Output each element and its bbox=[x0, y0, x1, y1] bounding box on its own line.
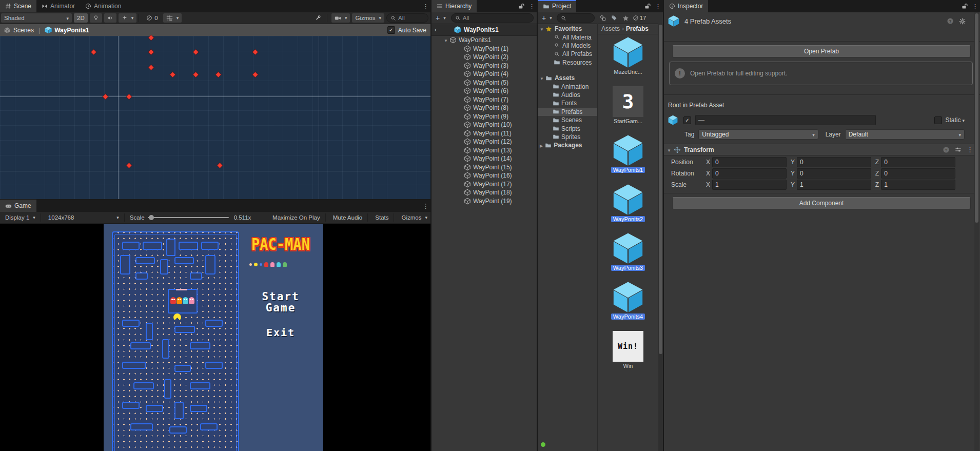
resolution-dropdown[interactable]: 1024x768 bbox=[45, 213, 122, 222]
favorites-all-materials[interactable]: All Materia bbox=[538, 33, 597, 41]
tab-scene[interactable]: Scene bbox=[0, 0, 36, 12]
inspector-scrollbar[interactable] bbox=[974, 12, 979, 451]
start-game-button[interactable]: Start Game bbox=[238, 291, 323, 313]
folder-animation[interactable]: Animation bbox=[538, 82, 597, 90]
search-by-label-icon[interactable] bbox=[611, 15, 617, 21]
hierarchy-item[interactable]: WayPoint (7) bbox=[432, 95, 537, 104]
waypoint-gizmo[interactable] bbox=[149, 50, 154, 55]
favorites-group[interactable]: Favorites bbox=[538, 25, 597, 33]
static-dropdown-arrow[interactable] bbox=[961, 116, 965, 124]
transform-component-header[interactable]: Transform ? ⋮ bbox=[664, 144, 975, 155]
hierarchy-item[interactable]: WayPoint (10) bbox=[432, 121, 537, 129]
hierarchy-item[interactable]: WayPoint (14) bbox=[432, 154, 537, 163]
exit-button[interactable]: Exit bbox=[238, 326, 323, 339]
waypoint-gizmo[interactable] bbox=[218, 163, 223, 168]
scale-y-field[interactable]: 1 bbox=[797, 180, 871, 190]
project-scrollbar-thumb[interactable] bbox=[659, 25, 662, 354]
asset-tile-wayponits3[interactable]: WayPonits3 bbox=[598, 233, 658, 271]
tab-inspector[interactable]: Inspector bbox=[664, 0, 708, 12]
open-prefab-button[interactable]: Open Prefab bbox=[672, 45, 971, 57]
asset-tile-wayponits1[interactable]: WayPonits1 bbox=[598, 135, 658, 173]
tag-dropdown[interactable]: Untagged bbox=[698, 129, 818, 140]
gear-icon[interactable] bbox=[959, 18, 966, 25]
project-scrollbar[interactable] bbox=[658, 24, 663, 451]
favorites-star-icon[interactable] bbox=[622, 15, 629, 22]
hidden-count-icon[interactable] bbox=[633, 15, 639, 21]
favorites-all-prefabs[interactable]: All Prefabs bbox=[538, 50, 597, 58]
position-x-field[interactable]: 0 bbox=[712, 157, 787, 167]
help-icon[interactable]: ? bbox=[947, 17, 954, 25]
grid-snap-dropdown[interactable] bbox=[163, 13, 182, 23]
mute-audio-button[interactable]: Mute Audio bbox=[330, 213, 366, 222]
asset-tile-win[interactable]: Win! Win bbox=[598, 331, 658, 369]
asset-tile-wayponits2[interactable]: WayPonits2 bbox=[598, 184, 658, 222]
waypoint-gizmo[interactable] bbox=[193, 72, 199, 77]
position-y-field[interactable]: 0 bbox=[797, 157, 871, 167]
hierarchy-item[interactable]: WayPoint (6) bbox=[432, 87, 537, 95]
assets-group[interactable]: Assets bbox=[538, 74, 597, 82]
hierarchy-item[interactable]: WayPoint (17) bbox=[432, 180, 537, 189]
hierarchy-item[interactable]: WayPoint (3) bbox=[432, 62, 537, 70]
scale-z-field[interactable]: 1 bbox=[881, 180, 955, 190]
help-icon[interactable]: ? bbox=[943, 146, 950, 153]
project-kebab-icon[interactable]: ⋮ bbox=[655, 3, 661, 10]
search-by-type-icon[interactable] bbox=[600, 15, 606, 21]
waypoint-gizmo[interactable] bbox=[127, 94, 132, 100]
scene-camera-dropdown[interactable] bbox=[331, 13, 350, 23]
waypoint-gizmo[interactable] bbox=[170, 72, 175, 77]
hierarchy-item[interactable]: WayPoint (2) bbox=[432, 53, 537, 62]
scale-slider[interactable] bbox=[148, 217, 229, 218]
hierarchy-item[interactable]: WayPoint (1) bbox=[432, 45, 537, 53]
favorites-resources[interactable]: Resources bbox=[538, 58, 597, 67]
hierarchy-item[interactable]: WayPoint (11) bbox=[432, 129, 537, 138]
layer-dropdown[interactable]: Default bbox=[845, 129, 965, 140]
hierarchy-root-item[interactable]: WayPonits1 bbox=[432, 36, 537, 45]
hierarchy-item[interactable]: WayPoint (8) bbox=[432, 104, 537, 112]
packages-group[interactable]: Packages bbox=[538, 141, 597, 149]
tab-game[interactable]: Game bbox=[0, 200, 36, 212]
waypoint-gizmo[interactable] bbox=[253, 50, 258, 55]
hierarchy-item[interactable]: WayPoint (9) bbox=[432, 112, 537, 121]
hierarchy-item[interactable]: WayPoint (19) bbox=[432, 197, 537, 206]
hierarchy-item[interactable]: WayPoint (18) bbox=[432, 188, 537, 197]
scene-search-input[interactable]: All bbox=[386, 13, 428, 23]
hierarchy-item[interactable]: WayPoint (13) bbox=[432, 146, 537, 155]
create-asset-button[interactable]: + bbox=[540, 13, 554, 23]
waypoint-gizmo[interactable] bbox=[149, 35, 154, 41]
unlock-icon[interactable] bbox=[961, 3, 968, 10]
game-render-area[interactable]: PAC-MAN Start Game Exit bbox=[0, 224, 430, 451]
static-checkbox[interactable] bbox=[934, 116, 942, 124]
rotation-y-field[interactable]: 0 bbox=[797, 168, 871, 179]
game-kebab-icon[interactable]: ⋮ bbox=[422, 202, 428, 210]
hierarchy-kebab-icon[interactable]: ⋮ bbox=[528, 3, 535, 10]
tab-animation[interactable]: Animation bbox=[80, 0, 126, 12]
folder-scenes[interactable]: Scenes bbox=[538, 116, 597, 124]
scene-tools-button[interactable] bbox=[312, 13, 325, 23]
tab-animator[interactable]: Animator bbox=[36, 0, 80, 12]
shading-mode-dropdown[interactable]: Shaded bbox=[1, 13, 72, 23]
unlock-icon[interactable] bbox=[644, 3, 651, 10]
asset-tile-wayponits4[interactable]: WayPonits4 bbox=[598, 282, 658, 320]
rotation-x-field[interactable]: 0 bbox=[712, 168, 787, 179]
folder-sprites[interactable]: Sprites bbox=[538, 133, 597, 141]
create-object-button[interactable]: + bbox=[434, 13, 448, 23]
tab-project[interactable]: Project bbox=[538, 0, 576, 12]
waypoint-gizmo[interactable] bbox=[216, 72, 221, 77]
breadcrumb-current[interactable]: Prefabs bbox=[626, 25, 649, 32]
hierarchy-item[interactable]: WayPoint (12) bbox=[432, 138, 537, 146]
auto-save-checkbox[interactable] bbox=[387, 26, 395, 34]
scene-audio-button[interactable] bbox=[104, 13, 116, 23]
waypoint-gizmo[interactable] bbox=[103, 94, 108, 100]
name-field[interactable]: — bbox=[695, 115, 876, 125]
asset-tile-startgame[interactable]: 3 StartGam... bbox=[598, 86, 658, 124]
hierarchy-item[interactable]: WayPoint (15) bbox=[432, 163, 537, 172]
rotation-z-field[interactable]: 0 bbox=[881, 168, 955, 179]
waypoint-gizmo[interactable] bbox=[149, 65, 154, 70]
prefab-mode-header[interactable]: ‹ WayPonits1 bbox=[432, 24, 537, 36]
preset-icon[interactable] bbox=[955, 146, 962, 153]
hidden-objects-button[interactable]: 0 bbox=[143, 13, 161, 23]
breadcrumb-root[interactable]: Assets bbox=[601, 25, 620, 32]
waypoint-gizmo[interactable] bbox=[91, 50, 96, 55]
breadcrumb-scenes[interactable]: Scenes bbox=[13, 27, 34, 34]
waypoint-gizmo[interactable] bbox=[193, 50, 199, 55]
